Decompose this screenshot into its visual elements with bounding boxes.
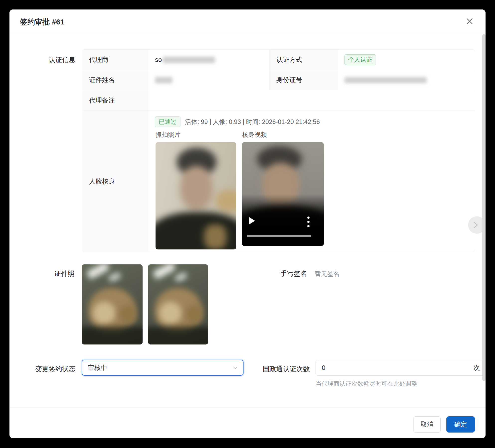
snapshot-label: 抓拍照片 [156, 130, 180, 139]
signature-label: 手写签名 [280, 269, 307, 278]
face-check-meta: 活体: 99 | 人像: 0.93 | 时间: 2026-01-20 21:42… [185, 118, 320, 126]
id-photo-back[interactable] [148, 264, 208, 344]
footer-divider [9, 408, 486, 408]
agent-value-prefix: so [155, 56, 162, 64]
approval-dialog: 签约审批 #61 认证信息 代理商 so 认证方式 个人认证 证件姓名 身份证号 [9, 9, 486, 438]
agent-value-cell: so [148, 50, 269, 70]
personal-auth-tag: 个人认证 [344, 54, 376, 65]
dialog-header: 签约审批 #61 [9, 9, 486, 33]
agent-label-cell: 代理商 [82, 50, 148, 70]
face-check-status-row: 已通过 活体: 99 | 人像: 0.93 | 时间: 2026-01-20 2… [155, 116, 320, 127]
section-label-id-photo: 证件照 [46, 269, 75, 278]
auth-count-hint: 当代理商认证次数耗尽时可在此处调整 [316, 380, 417, 388]
auth-count-field: 次 [316, 360, 486, 376]
cert-name-value-cell [148, 70, 269, 90]
face-check-content-cell: 已通过 活体: 99 | 人像: 0.93 | 时间: 2026-01-20 2… [148, 111, 475, 252]
id-photo-front[interactable] [82, 264, 143, 344]
auth-count-input[interactable] [322, 364, 473, 372]
snapshot-photo[interactable] [156, 142, 236, 249]
cert-name-label-cell: 证件姓名 [82, 70, 148, 90]
auth-count-label: 国政通认证次数 [259, 364, 310, 373]
section-label-auth-info: 认证信息 [47, 55, 76, 64]
redacted-id-number [344, 77, 427, 83]
signature-empty-text: 暂无签名 [315, 270, 340, 278]
auth-method-label-cell: 认证方式 [269, 50, 337, 70]
auth-count-unit: 次 [473, 363, 480, 372]
verification-video[interactable] [242, 142, 324, 246]
video-shade [242, 142, 324, 246]
status-select[interactable]: 审核中 [82, 360, 244, 376]
chevron-right-icon [472, 221, 479, 229]
auth-info-table: 代理商 so 认证方式 个人认证 证件姓名 身份证号 代理备注 人脸核身 已通过… [82, 49, 475, 252]
cancel-button[interactable]: 取消 [413, 416, 441, 433]
video-label: 核身视频 [242, 130, 267, 139]
redacted-agent-value [163, 57, 215, 63]
modal-scrollbar[interactable] [482, 34, 486, 381]
status-select-label: 变更签约状态 [32, 364, 76, 373]
dialog-title: 签约审批 #61 [20, 17, 64, 27]
face-check-label-cell: 人脸核身 [82, 111, 148, 252]
confirm-button[interactable]: 确定 [446, 416, 475, 433]
chevron-down-icon [233, 365, 238, 370]
agent-note-value-cell [148, 90, 475, 111]
id-number-value-cell [337, 70, 475, 90]
redacted-cert-name [155, 77, 172, 83]
id-number-label-cell: 身份证号 [269, 70, 337, 90]
agent-note-label-cell: 代理备注 [82, 90, 148, 111]
close-button[interactable] [464, 16, 475, 27]
play-icon[interactable] [249, 217, 255, 224]
status-select-value: 审核中 [88, 363, 233, 372]
auth-method-value-cell: 个人认证 [337, 50, 475, 70]
video-progress-bar[interactable] [247, 235, 311, 237]
close-icon [466, 17, 473, 25]
video-menu-icon[interactable] [307, 217, 310, 229]
passed-tag: 已通过 [155, 116, 180, 127]
